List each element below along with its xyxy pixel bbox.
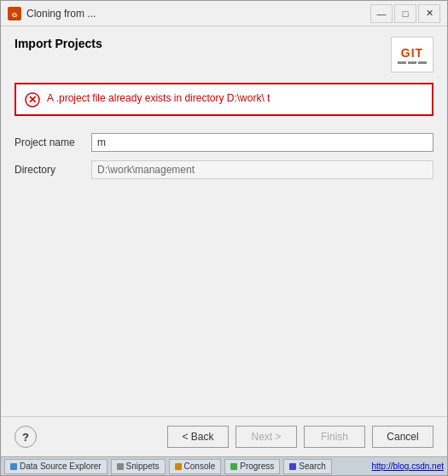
taskbar-item-console[interactable]: Console <box>169 459 222 474</box>
finish-button[interactable]: Finish <box>304 426 365 448</box>
taskbar-dot-snippets <box>117 463 124 470</box>
taskbar: Data Source Explorer Snippets Console Pr… <box>1 456 447 475</box>
taskbar-dot-progress <box>230 463 237 470</box>
taskbar-label-datasource: Data Source Explorer <box>20 461 102 471</box>
minimize-button[interactable]: — <box>370 4 393 23</box>
project-name-row: Project name <box>15 133 433 152</box>
git-line-2 <box>408 61 416 64</box>
taskbar-dot-search <box>289 463 296 470</box>
title-bar-icon: G <box>8 7 21 20</box>
directory-value: D:\work\management <box>91 160 433 179</box>
content-spacer <box>15 188 433 406</box>
project-name-label: Project name <box>15 136 91 148</box>
section-title: Import Projects <box>15 37 102 50</box>
taskbar-item-snippets[interactable]: Snippets <box>111 459 166 474</box>
taskbar-label-search: Search <box>299 461 326 471</box>
taskbar-item-datasource[interactable]: Data Source Explorer <box>4 459 108 474</box>
svg-text:✕: ✕ <box>28 94 37 106</box>
next-button[interactable]: Next > <box>236 426 297 448</box>
taskbar-label-console: Console <box>184 461 216 471</box>
taskbar-url[interactable]: http://blog.csdn.net <box>371 461 444 471</box>
taskbar-label-progress: Progress <box>240 461 274 471</box>
taskbar-item-progress[interactable]: Progress <box>224 459 280 474</box>
git-logo-box: GIT <box>391 37 433 73</box>
back-button[interactable]: < Back <box>167 426 229 448</box>
taskbar-label-snippets: Snippets <box>126 461 160 471</box>
taskbar-dot-datasource <box>10 463 17 470</box>
git-logo-text: GIT <box>401 46 423 60</box>
project-name-input[interactable] <box>91 133 433 152</box>
dialog-content: Import Projects GIT ✕ A .project file al… <box>1 26 447 416</box>
error-icon: ✕ <box>25 92 40 107</box>
cancel-button[interactable]: Cancel <box>372 426 433 448</box>
close-button[interactable]: ✕ <box>418 4 440 23</box>
taskbar-item-search[interactable]: Search <box>283 459 332 474</box>
directory-row: Directory D:\work\management <box>15 160 433 179</box>
git-line-1 <box>398 61 406 64</box>
taskbar-dot-console <box>175 463 182 470</box>
title-bar-title: Cloning from ... <box>26 8 370 20</box>
header-row: Import Projects GIT <box>15 37 433 73</box>
restore-button[interactable]: □ <box>394 4 416 23</box>
git-logo-decoration <box>398 61 427 64</box>
error-message: A .project file already exists in direct… <box>47 91 270 106</box>
title-bar-controls: — □ ✕ <box>370 4 440 23</box>
main-window: G Cloning from ... — □ ✕ Import Projects… <box>0 0 448 476</box>
button-bar: ? < Back Next > Finish Cancel <box>1 416 447 456</box>
directory-label: Directory <box>15 164 91 176</box>
help-button[interactable]: ? <box>15 426 37 448</box>
title-bar: G Cloning from ... — □ ✕ <box>1 1 447 26</box>
error-box: ✕ A .project file already exists in dire… <box>15 83 433 116</box>
svg-text:G: G <box>12 11 17 19</box>
git-line-3 <box>418 61 427 64</box>
